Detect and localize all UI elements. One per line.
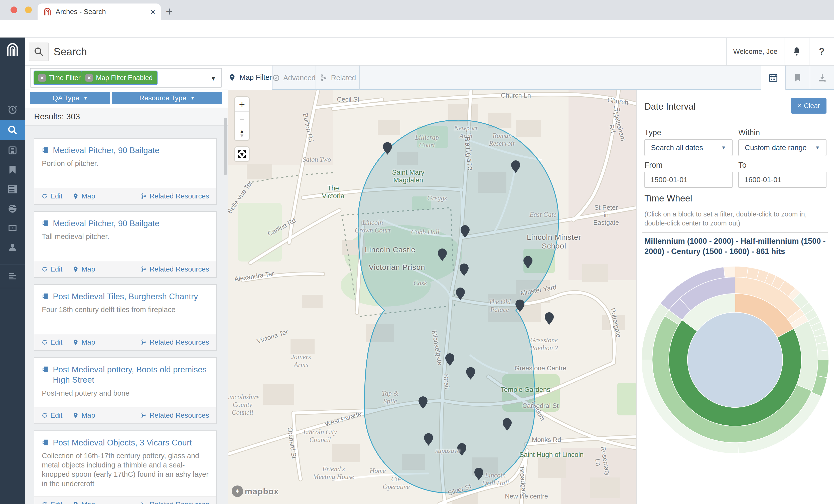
result-description: Collection of 16th-17th century pottery,… [42,451,208,488]
chip-map-filter[interactable]: × Map Filter Enabled [81,71,157,85]
tab-export[interactable] [810,66,834,90]
edit-link[interactable]: Edit [41,265,62,273]
chip-time-filter[interactable]: × Time Filter [34,71,85,85]
zoom-in-button[interactable]: ＋ [235,97,249,112]
sidebar-item-bookmarks[interactable] [0,161,25,179]
result-card-footer: EditMapRelated Resources [34,496,216,504]
remove-filter-icon[interactable]: × [38,74,46,82]
results-scrollbar[interactable] [224,118,227,175]
search-input[interactable] [53,43,404,61]
time-wheel-center[interactable] [687,312,783,407]
edit-link[interactable]: Edit [41,411,62,419]
tab-close-icon[interactable]: × [150,7,155,16]
type-select[interactable]: Search all dates▼ [644,139,732,156]
map-pin-icon [228,74,236,82]
sidebar-item-globe[interactable] [0,200,25,218]
tab-advanced[interactable]: Advanced [272,66,316,90]
sidebar-item-search[interactable] [0,120,25,140]
result-title-link[interactable]: Post Medieval Objects, 3 Vicars Court [42,437,208,448]
time-wheel-breadcrumb[interactable]: Millennium (1000 - 2000) - Half-millenni… [644,236,826,257]
time-wheel-segment[interactable] [724,266,735,277]
zoom-out-button[interactable]: － [235,112,249,126]
edit-icon [41,339,48,346]
artefact-icon [42,366,49,373]
to-date-input[interactable] [738,172,827,188]
mapbox-attribution[interactable]: ✦ mapbox [232,485,279,497]
calendar-icon [768,73,778,83]
result-title-link[interactable]: Post Medieval Tiles, Burghersh Chantry [42,291,208,301]
sidebar-item-ticket[interactable] [0,219,25,237]
map-link[interactable]: Map [72,338,95,346]
compass-control[interactable]: ▲▼ [235,126,249,141]
tab-map-filter[interactable]: Map Filter [228,66,272,90]
map-label: Saint Mary Magdalen [392,169,424,184]
welcome-user[interactable]: Welcome, Joe [726,38,784,65]
related-resources-link[interactable]: Related Resources [140,411,209,419]
edit-link[interactable]: Edit [41,192,62,200]
result-card[interactable]: Medieval Pitcher, 90 BailgateTall mediev… [34,211,217,278]
related-resources-link[interactable]: Related Resources [140,338,209,346]
qa-type-facet-button[interactable]: QA Type▼ [30,92,110,104]
sidebar-item-resource[interactable] [0,141,25,159]
result-card[interactable]: Post Medieval Objects, 3 Vicars CourtCol… [34,430,217,504]
filters-dropdown-caret[interactable]: ▼ [211,75,216,82]
fullscreen-button[interactable] [234,146,250,162]
window-minimize-button[interactable] [25,6,32,13]
arches-logo[interactable] [0,41,25,59]
map-link[interactable]: Map [72,192,95,200]
map-label: Rosemary Ln [591,443,612,480]
to-label: To [738,161,747,170]
result-title-link[interactable]: Medieval Pitcher, 90 Bailgate [42,145,208,155]
new-tab-button[interactable]: + [166,5,173,18]
time-wheel-segment[interactable] [735,266,748,278]
map-canvas[interactable]: Cecil StChurch LnChurch LnBurton RdNewpo… [228,90,636,504]
time-wheel-chart[interactable] [640,265,830,455]
result-title-link[interactable]: Medieval Pitcher, 90 Bailgate [42,218,208,228]
download-icon [817,73,827,83]
time-wheel-segment[interactable] [817,350,829,360]
within-select[interactable]: Custom date range▼ [738,139,827,156]
related-resources-link[interactable]: Related Resources [140,501,209,504]
clear-filter-button[interactable]: ×Clear [791,98,827,114]
map-label: Lillicrap Court [415,134,439,149]
time-wheel-segment[interactable] [816,360,829,377]
map-label: Monks Rd [532,436,561,444]
edit-link[interactable]: Edit [41,501,62,504]
tab-related[interactable]: Related [316,66,360,90]
tab-saved-searches[interactable] [785,66,809,90]
results-list[interactable]: Medieval Pitcher, 90 BailgatePortion of … [25,125,228,504]
map-label: Nettleham Rd [604,111,627,144]
search-icon-box[interactable] [29,43,49,61]
mapbox-icon: ✦ [232,485,243,497]
window-close-button[interactable] [10,6,17,13]
map-link[interactable]: Map [72,265,95,273]
map-zoom-control[interactable]: ＋ － ▲▼ [234,96,250,141]
map-label: Belle Vue Ter [228,179,254,215]
notifications-button[interactable] [784,38,809,65]
check-circle-icon [272,74,280,82]
result-card[interactable]: Post Medieval Tiles, Burghersh ChantryFo… [34,284,217,351]
mapbox-wordmark: mapbox [245,486,279,496]
browser-tab[interactable]: Arches - Search × [38,3,161,20]
map-link[interactable]: Map [72,501,95,504]
related-resources-link[interactable]: Related Resources [140,265,209,273]
edit-link[interactable]: Edit [41,338,62,346]
map-label: Co- Operative [383,475,410,491]
result-title-link[interactable]: Post Medieval pottery, Boots old premise… [42,364,208,385]
remove-filter-icon[interactable]: × [85,74,93,82]
resource-type-facet-button[interactable]: Resource Type▼ [112,92,222,104]
related-resources-link[interactable]: Related Resources [140,192,209,200]
time-wheel-title: Time Wheel [644,193,692,204]
help-button[interactable]: ? [809,38,834,65]
tab-time-filter[interactable] [761,66,785,90]
map-link[interactable]: Map [72,411,95,419]
sidebar-item-menu[interactable] [0,267,25,285]
from-date-input[interactable] [644,172,732,188]
result-card[interactable]: Medieval Pitcher, 90 BailgatePortion of … [34,138,217,205]
sidebar-item-data[interactable] [0,180,25,198]
result-card-footer: EditMapRelated Resources [34,407,216,423]
sidebar-item-recent[interactable] [0,100,25,119]
sidebar-item-profile[interactable] [0,238,25,256]
result-card[interactable]: Post Medieval pottery, Boots old premise… [34,357,217,424]
result-card-footer: EditMapRelated Resources [34,334,216,350]
